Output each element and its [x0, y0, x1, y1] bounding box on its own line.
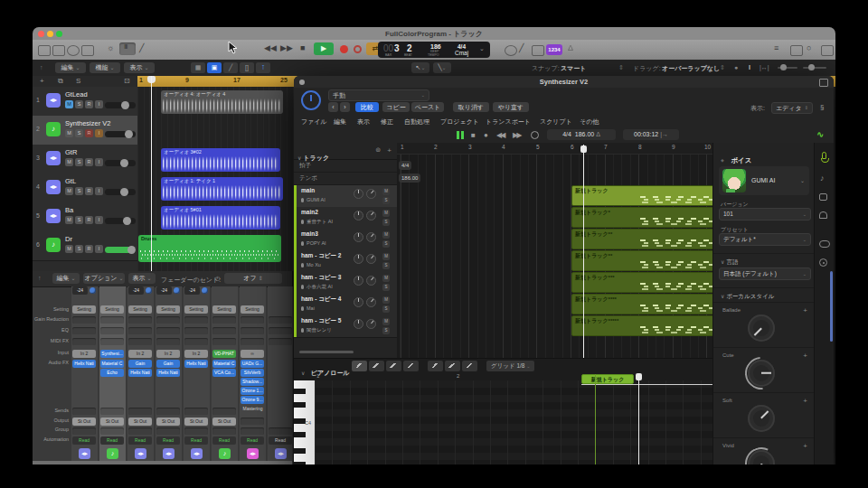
gain-value[interactable]: -24 — [156, 286, 172, 295]
menu-view[interactable]: 表示 — [357, 117, 370, 127]
record-enable-button[interactable]: R — [85, 245, 93, 253]
channel-strip-4[interactable]: -24 Setting In 2 Gain Helix Nati St Out … — [156, 286, 183, 465]
language-section-header[interactable]: ∨言語 — [721, 258, 738, 267]
output-slot[interactable]: St Out — [72, 418, 96, 426]
gain-reduction-slot[interactable] — [241, 316, 264, 324]
volume-knob[interactable] — [354, 297, 363, 307]
tempo-badge[interactable]: 186.00 — [399, 174, 420, 183]
volume-knob[interactable] — [354, 232, 363, 242]
menu-other[interactable]: その他 — [580, 117, 599, 127]
input-monitor-button[interactable]: I — [95, 187, 103, 195]
solo-button[interactable]: S — [75, 158, 83, 166]
drag-updown-icon[interactable]: ⇕ — [720, 64, 725, 71]
volume-knob[interactable] — [354, 189, 363, 199]
sends-slot[interactable] — [128, 408, 152, 415]
volume-slider[interactable] — [105, 247, 136, 253]
eq-slot[interactable] — [212, 327, 236, 334]
menu-edit[interactable]: 編集 — [334, 117, 346, 127]
volume-slider[interactable] — [105, 218, 136, 224]
record-button[interactable]: ● — [484, 131, 488, 139]
tuner-icon[interactable] — [505, 45, 517, 56]
input-slot[interactable]: Synthesi... — [100, 350, 124, 358]
sends-slot[interactable] — [156, 408, 180, 415]
render-tab-icon[interactable] — [819, 211, 827, 219]
redo-button[interactable]: やり直す — [493, 102, 529, 112]
gain-reduction-slot[interactable] — [269, 316, 292, 324]
solo-button[interactable]: S — [75, 245, 83, 253]
channel-strip-1[interactable]: -24 Setting In 2 Helix Nati St Out Read … — [71, 286, 99, 465]
input-monitor-button[interactable]: I — [95, 158, 103, 166]
retime-tool[interactable] — [445, 361, 460, 371]
synthv-track-ham4[interactable]: ham - コピー 4 Mai M S — [294, 294, 397, 316]
rewind-button[interactable]: ◀◀ — [264, 43, 277, 52]
volume-slider[interactable] — [105, 131, 136, 137]
group-slot[interactable] — [156, 427, 180, 435]
midi-fx-slot[interactable] — [156, 338, 180, 345]
language-dropdown[interactable]: 日本語 (デフォルト)⌄ — [719, 267, 811, 280]
track-name[interactable]: Synthesizer V2 — [65, 119, 110, 127]
pointer-tool-menu[interactable]: ↖⌄ — [411, 62, 429, 73]
setting-button[interactable]: Setting — [100, 305, 124, 314]
region-audio4[interactable]: オーディオ 4: オーディオ 4 — [161, 90, 283, 114]
automation-mode-dropdown[interactable]: 手動⌄ — [328, 89, 429, 101]
gain-reduction-slot[interactable] — [156, 316, 180, 324]
channel-strip-6[interactable]: Setting VD-PHAT Material C VCA Co... St … — [212, 286, 239, 465]
input-slot[interactable]: VD-PHAT — [212, 350, 236, 358]
next-button[interactable]: › — [340, 102, 350, 112]
synthv-ruler[interactable]: 1 2 3 4 5 6 7 8 9 10 — [397, 143, 712, 155]
snap-updown-icon[interactable]: ⇕ — [618, 64, 624, 71]
synthv-track-ham5[interactable]: ham - コピー 5 闇音レンリ M S — [294, 315, 397, 338]
lyrics-tab-icon[interactable] — [819, 193, 827, 201]
channel-strip-7[interactable]: Setting ∞ UADx G... SilvVerb Shadow... O… — [240, 286, 267, 465]
solo-button[interactable]: S — [382, 327, 390, 334]
mixer-view-menu[interactable]: 表示 ⌄ — [128, 273, 156, 284]
record-enable-button[interactable]: R — [85, 100, 93, 108]
setting-button[interactable]: Setting — [128, 305, 152, 314]
timesig-row[interactable]: 拍子 — [294, 159, 397, 173]
synthv-track-ham3[interactable]: ham - コピー 3 小春六花 AI M S — [294, 272, 397, 295]
solo-button[interactable]: S — [382, 284, 390, 291]
pianoroll-grid[interactable] — [315, 380, 712, 465]
output-slot[interactable]: St Out — [212, 418, 236, 426]
volume-knob[interactable] — [354, 319, 363, 329]
audio-fx-slot[interactable]: UADx G... — [241, 360, 264, 368]
master-pencil-icon[interactable]: ╱ — [519, 43, 524, 52]
mute-button[interactable]: M — [382, 253, 390, 260]
vocal-style-section-header[interactable]: ∨ボーカルスタイル — [721, 293, 774, 301]
pan-knob[interactable] — [366, 211, 376, 221]
mute-button[interactable]: M — [65, 216, 73, 224]
gain-knob[interactable] — [146, 287, 152, 294]
toolbar-toggle-icon[interactable] — [81, 45, 94, 56]
mute-button[interactable]: M — [65, 129, 73, 137]
copy-button[interactable]: コピー — [382, 102, 410, 112]
synthv-titlebar[interactable]: Synthesizer V2 — [294, 76, 834, 89]
voice-card[interactable]: GUMI AI ⌄ — [719, 166, 809, 195]
mute-button[interactable]: M — [65, 187, 73, 195]
input-slot[interactable]: In 2 — [72, 350, 96, 358]
mute-button[interactable]: M — [65, 245, 73, 253]
version-dropdown[interactable]: 101⌄ — [719, 208, 811, 221]
mixer-edit-menu[interactable]: 編集 ⌄ — [52, 273, 80, 284]
pan-knob[interactable] — [366, 232, 376, 242]
auto-zoom-icon[interactable]: |↔| — [760, 64, 769, 70]
ballade-knob[interactable] — [748, 314, 775, 342]
view-menu[interactable]: 表示 ⌄ — [124, 62, 155, 73]
rewind-button[interactable]: ◀◀ — [496, 131, 504, 139]
input-slot[interactable]: In 2 — [156, 350, 180, 358]
mute-button[interactable]: M — [65, 158, 73, 166]
midi-fx-slot[interactable] — [269, 338, 292, 345]
mixer-options-menu[interactable]: オプション ⌄ — [83, 273, 125, 284]
gain-reduction-slot[interactable] — [72, 316, 96, 324]
horizontal-zoom-slider[interactable] — [803, 67, 826, 69]
gain-reduction-slot[interactable] — [184, 316, 208, 324]
vertical-zoom-knob[interactable] — [780, 64, 787, 70]
mixer-button[interactable]: ‖‖ — [119, 42, 136, 55]
horizontal-zoom-knob[interactable] — [808, 64, 815, 70]
smart-controls-icon[interactable]: ☼ — [107, 43, 114, 52]
synthv-track-main[interactable]: main GUMI AI M S — [294, 185, 397, 208]
list-editors-icon[interactable]: ≡ — [774, 43, 778, 52]
panel-scrollbar[interactable] — [830, 271, 833, 342]
quick-help-icon[interactable] — [67, 45, 80, 56]
audio-fx-slot[interactable]: Shadow... — [241, 378, 264, 386]
notes-panel-icon[interactable] — [790, 45, 803, 56]
